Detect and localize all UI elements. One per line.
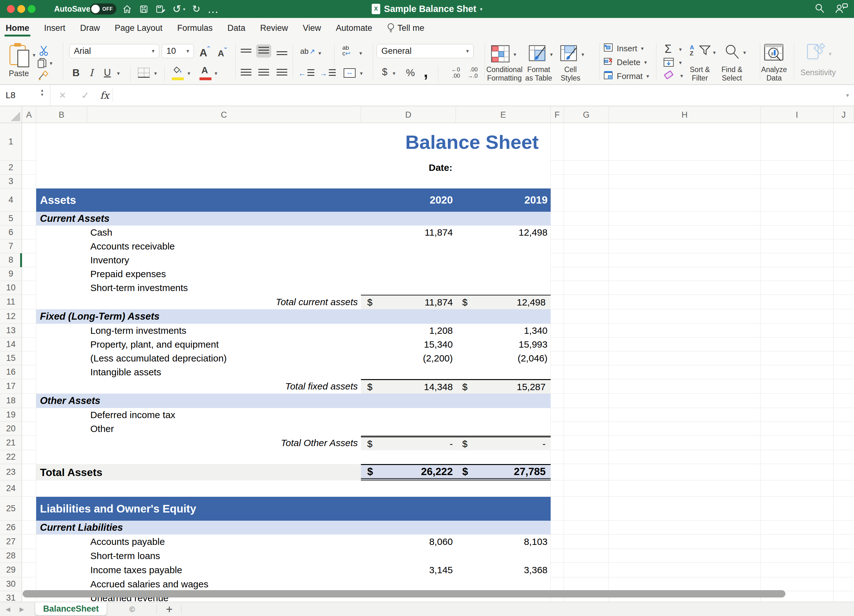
- redo-icon[interactable]: [192, 3, 200, 15]
- row-header-5[interactable]: 5: [0, 212, 22, 226]
- insert-cells-button[interactable]: Insert: [604, 43, 644, 54]
- currency-format-button[interactable]: $: [382, 66, 387, 78]
- expand-formula-bar-icon[interactable]: [846, 85, 849, 106]
- cut-icon[interactable]: [38, 45, 49, 58]
- row-header-19[interactable]: 19: [0, 408, 22, 422]
- sort-filter-chevron-icon[interactable]: [713, 50, 716, 55]
- column-header-B[interactable]: B: [36, 106, 87, 124]
- cell-styles-chevron-icon[interactable]: [581, 52, 584, 57]
- find-select-chevron-icon[interactable]: [743, 50, 746, 55]
- row-header-16[interactable]: 16: [0, 365, 22, 379]
- column-header-J[interactable]: J: [834, 106, 854, 124]
- align-middle-button[interactable]: [256, 44, 271, 58]
- tab-formulas[interactable]: Formulas: [177, 18, 213, 38]
- grand-total-values[interactable]: $26,222$27,785: [361, 464, 551, 480]
- close-window-button[interactable]: [7, 5, 15, 13]
- row-header-9[interactable]: 9: [0, 267, 22, 281]
- cancel-entry-icon[interactable]: ×: [59, 85, 66, 106]
- row-header-8[interactable]: 8: [0, 253, 22, 267]
- total-values-row-11[interactable]: $11,874$12,498: [361, 295, 551, 309]
- save-as-icon[interactable]: [156, 5, 166, 14]
- clear-icon[interactable]: [663, 70, 674, 79]
- cell-date-label[interactable]: Date:: [406, 161, 475, 175]
- row-header-4[interactable]: 4: [0, 188, 22, 212]
- orientation-icon[interactable]: ab: [300, 47, 315, 56]
- sort-filter-button[interactable]: Sort &Filter: [682, 66, 717, 82]
- format-cells-button[interactable]: Format: [604, 71, 649, 82]
- cell-D23[interactable]: 26,222: [374, 465, 453, 478]
- row-header-31[interactable]: 31: [0, 591, 22, 602]
- column-header-G[interactable]: G: [564, 106, 609, 124]
- row-header-6[interactable]: 6: [0, 226, 22, 239]
- cell-E23[interactable]: 27,785: [465, 465, 546, 478]
- cell-C20[interactable]: Other: [90, 422, 358, 436]
- row-header-27[interactable]: 27: [0, 535, 22, 549]
- cell-D14[interactable]: 15,340: [361, 338, 453, 351]
- row-header-7[interactable]: 7: [0, 239, 22, 253]
- analyze-data-button[interactable]: AnalyzeData: [758, 66, 790, 82]
- decrease-decimal-icon[interactable]: .00→.0: [461, 66, 478, 79]
- font-color-chevron-icon[interactable]: [215, 71, 217, 76]
- cell-C30[interactable]: Accrued salaries and wages: [90, 577, 358, 591]
- tab-draw[interactable]: Draw: [80, 18, 100, 38]
- subsection-header-row-18[interactable]: Other Assets: [36, 393, 551, 408]
- tab-data[interactable]: Data: [227, 18, 246, 38]
- name-box-stepper[interactable]: ▲▼: [40, 89, 44, 97]
- cell-D17[interactable]: 14,348: [374, 380, 453, 393]
- column-header-H[interactable]: H: [609, 106, 761, 124]
- cell-styles-button[interactable]: CellStyles: [556, 66, 585, 82]
- align-bottom-button[interactable]: [274, 44, 290, 58]
- font-color-icon[interactable]: A: [200, 66, 212, 80]
- row-header-18[interactable]: 18: [0, 393, 22, 408]
- cell-E13[interactable]: 1,340: [456, 324, 547, 338]
- decrease-indent-icon[interactable]: [298, 68, 314, 78]
- section-header-row-25[interactable]: Liabilities and Owner's Equity: [36, 497, 551, 521]
- zoom-window-button[interactable]: [28, 5, 35, 13]
- save-icon[interactable]: [139, 5, 148, 14]
- conditional-formatting-chevron-icon[interactable]: [514, 52, 516, 57]
- font-name-select[interactable]: Arial: [69, 44, 159, 58]
- align-top-button[interactable]: [238, 44, 254, 58]
- italic-button[interactable]: I: [89, 67, 93, 78]
- currency-chevron-icon[interactable]: [393, 71, 395, 76]
- column-header-F[interactable]: F: [551, 106, 564, 124]
- tab-review[interactable]: Review: [260, 18, 288, 38]
- copy-chevron-icon[interactable]: [50, 61, 53, 66]
- align-left-button[interactable]: [238, 66, 254, 79]
- cell-E27[interactable]: 8,103: [456, 535, 547, 549]
- cell-C13[interactable]: Long-term investments: [90, 324, 358, 338]
- delete-cells-button[interactable]: Delete: [604, 57, 647, 68]
- grow-font-button[interactable]: Aˆ: [200, 45, 210, 59]
- wrap-text-icon[interactable]: abc: [342, 45, 350, 56]
- minimize-window-button[interactable]: [17, 5, 25, 13]
- conditional-formatting-button[interactable]: ConditionalFormatting: [483, 66, 526, 82]
- column-header-E[interactable]: E: [456, 106, 551, 124]
- autosum-button[interactable]: Σ: [665, 43, 671, 56]
- cell-C10[interactable]: Short-term investments: [90, 281, 358, 295]
- select-all-button[interactable]: [0, 106, 22, 123]
- cell-C27[interactable]: Accounts payable: [90, 535, 358, 549]
- cell-C6[interactable]: Cash: [90, 226, 358, 239]
- prev-sheet-icon[interactable]: [6, 602, 11, 616]
- bold-button[interactable]: B: [72, 67, 79, 79]
- tab-insert[interactable]: Insert: [44, 18, 66, 38]
- borders-icon[interactable]: [138, 68, 150, 78]
- confirm-entry-icon[interactable]: ✓: [81, 85, 89, 106]
- autosum-chevron-icon[interactable]: [679, 47, 682, 52]
- cell-E14[interactable]: 15,993: [456, 338, 547, 351]
- row-header-3[interactable]: 3: [0, 175, 22, 188]
- tab-automate[interactable]: Automate: [336, 18, 372, 38]
- cell-D27[interactable]: 8,060: [361, 535, 453, 549]
- column-header-A[interactable]: A: [22, 106, 36, 124]
- comma-format-button[interactable]: ,: [424, 62, 428, 81]
- tab-view[interactable]: View: [303, 18, 321, 38]
- copy-icon[interactable]: [37, 58, 48, 71]
- underline-button[interactable]: U: [104, 67, 111, 78]
- cell-D21[interactable]: -: [374, 437, 453, 450]
- cell-C19[interactable]: Deferred income tax: [90, 408, 358, 422]
- tab-home[interactable]: Home: [6, 18, 29, 38]
- column-header-C[interactable]: C: [87, 106, 361, 124]
- row-header-24[interactable]: 24: [0, 480, 22, 497]
- row-header-26[interactable]: 26: [0, 521, 22, 535]
- underline-chevron-icon[interactable]: [117, 71, 120, 76]
